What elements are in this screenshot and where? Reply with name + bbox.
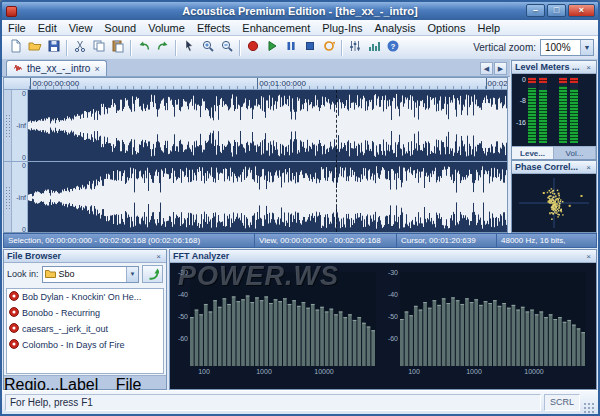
loop-icon: [322, 39, 336, 57]
toolbar-save-button[interactable]: [44, 38, 63, 57]
document-tab-strip: the_xx_-_intro × ◀ ▶: [2, 60, 510, 77]
playback-cursor[interactable]: [336, 90, 337, 232]
folder-icon: [45, 269, 56, 280]
folder-up-button[interactable]: [142, 265, 163, 283]
menu-item-file[interactable]: File: [2, 22, 32, 34]
close-icon[interactable]: ×: [154, 252, 163, 261]
browser-panel-tabs: Regio...Label L...File Br...: [4, 375, 166, 389]
document-tab[interactable]: the_xx_-_intro ×: [6, 60, 107, 76]
menu-item-plug-ins[interactable]: Plug-Ins: [316, 22, 368, 34]
db-ruler: 0 -inf 0: [12, 162, 28, 233]
time-ruler[interactable]: 00:00:00:00000:01:00:00000:02: [4, 78, 507, 90]
toolbar-loop-button[interactable]: [319, 38, 338, 57]
vertical-zoom-combo[interactable]: 100% ▼: [540, 39, 594, 56]
toolbar-separator: [175, 40, 176, 56]
toolbar-cut-button[interactable]: [70, 38, 89, 57]
toolbar-open-folder-button[interactable]: [25, 38, 44, 57]
level-meters-title-bar[interactable]: Level Meters ... ×: [512, 61, 596, 74]
fft-canvas-left: [190, 272, 376, 366]
channel-drag-handle[interactable]: [4, 162, 12, 233]
file-list-item[interactable]: Bonobo - Recurring: [7, 305, 163, 321]
fft-y-tick: -60: [172, 335, 188, 342]
waveform-icon: [13, 63, 23, 75]
toolbar-zoom-out-button[interactable]: [217, 38, 236, 57]
document-tab-label: the_xx_-_intro: [27, 63, 90, 74]
file-browser-title-bar[interactable]: File Browser ×: [4, 250, 166, 263]
maximize-button[interactable]: □: [547, 4, 566, 17]
chevron-down-icon[interactable]: ▼: [580, 40, 593, 55]
fft-x-tick: 10000: [514, 368, 554, 375]
save-icon: [47, 39, 61, 57]
close-icon[interactable]: ×: [584, 163, 593, 172]
menu-item-view[interactable]: View: [63, 22, 99, 34]
toolbar-mixer-button[interactable]: [345, 38, 364, 57]
waveform-canvas-left[interactable]: [28, 90, 508, 161]
fft-display: POWER.WS -30 -40 -50 -60 100 1000 10000 …: [170, 263, 596, 389]
minimize-button[interactable]: –: [526, 4, 545, 17]
toolbar-paste-button[interactable]: [108, 38, 127, 57]
audio-file-icon: [9, 339, 19, 351]
selection-status-strip: Selection, 00:00:00:000 - 00:02:06:168 (…: [3, 233, 597, 248]
waveform-channel-right[interactable]: 0 -inf 0: [4, 162, 507, 233]
file-list-item[interactable]: Colombo - In Days of Fire: [7, 337, 163, 353]
fft-title-bar[interactable]: FFT Analyzer ×: [170, 250, 596, 263]
toolbar-redo-button[interactable]: [153, 38, 172, 57]
tab-scroll-left-button[interactable]: ◀: [480, 62, 493, 75]
channel-drag-handle[interactable]: [4, 90, 12, 161]
menu-item-edit[interactable]: Edit: [32, 22, 63, 34]
scroll-lock-indicator: SCRL: [544, 394, 580, 411]
toolbar-spectrum-button[interactable]: [364, 38, 383, 57]
menu-item-enhancement[interactable]: Enhancement: [236, 22, 316, 34]
fft-y-tick: -40: [382, 291, 398, 298]
menu-item-volume[interactable]: Volume: [142, 22, 191, 34]
chevron-down-icon[interactable]: ▼: [126, 267, 138, 282]
menu-item-analysis[interactable]: Analysis: [369, 22, 422, 34]
level-meters-title: Level Meters ...: [515, 62, 580, 72]
close-icon[interactable]: ×: [584, 252, 593, 261]
phase-title-bar[interactable]: Phase Correl... ×: [512, 161, 596, 174]
menu-item-help[interactable]: Help: [471, 22, 506, 34]
waveform-editor[interactable]: 00:00:00:00000:01:00:00000:02 0 -inf 0 0…: [3, 77, 508, 233]
toolbar-help-button[interactable]: ?: [383, 38, 402, 57]
toolbar-pointer-button[interactable]: [179, 38, 198, 57]
waveform-canvas-right[interactable]: [28, 162, 508, 233]
menu-item-options[interactable]: Options: [422, 22, 472, 34]
file-name: Colombo - In Days of Fire: [22, 340, 125, 350]
level-meter-bar: [559, 77, 567, 143]
phase-correlation-panel: Phase Correl... ×: [511, 160, 597, 233]
db-label: -inf: [16, 194, 26, 201]
fft-x-tick: 10000: [304, 368, 344, 375]
close-icon[interactable]: ×: [584, 63, 593, 72]
look-in-combo[interactable]: Sbo ▼: [42, 266, 139, 283]
menu-item-effects[interactable]: Effects: [191, 22, 236, 34]
file-list-item[interactable]: caesars_-_jerk_it_out: [7, 321, 163, 337]
fft-y-tick: -40: [172, 291, 188, 298]
db-label: 0: [22, 154, 26, 161]
close-button[interactable]: ×: [568, 4, 595, 17]
toolbar-new-file-button[interactable]: [6, 38, 25, 57]
menu-item-sound[interactable]: Sound: [98, 22, 142, 34]
panel-tab-regio[interactable]: Regio...: [4, 376, 59, 389]
toolbar-record-button[interactable]: [243, 38, 262, 57]
waveform-channel-left[interactable]: 0 -inf 0: [4, 90, 507, 161]
resize-grip[interactable]: [583, 402, 595, 414]
toolbar-zoom-in-button[interactable]: [198, 38, 217, 57]
title-bar[interactable]: Acoustica Premium Edition - [the_xx_-_in…: [2, 2, 598, 20]
tab-scroll-right-button[interactable]: ▶: [494, 62, 507, 75]
toolbar-copy-button[interactable]: [89, 38, 108, 57]
meter-tab-vol[interactable]: Vol...: [554, 147, 596, 159]
fft-y-tick: -50: [382, 313, 398, 320]
toolbar-play-button[interactable]: [262, 38, 281, 57]
time-tick-label: 00:01:00:000: [257, 79, 306, 88]
panel-tab-filebr[interactable]: File Br...: [116, 376, 166, 389]
panel-tab-labell[interactable]: Label L...: [59, 376, 116, 389]
toolbar-stop-button[interactable]: [300, 38, 319, 57]
toolbar-undo-button[interactable]: [134, 38, 153, 57]
file-list-item[interactable]: Bob Dylan - Knockin' On He...: [7, 289, 163, 305]
meter-tab-leve[interactable]: Leve...: [512, 147, 554, 159]
toolbar-pause-button[interactable]: [281, 38, 300, 57]
vertical-zoom-label: Vertical zoom:: [473, 42, 536, 53]
level-meter-bar: [570, 77, 578, 143]
file-list[interactable]: Bob Dylan - Knockin' On He...Bonobo - Re…: [6, 288, 164, 374]
tab-close-icon[interactable]: ×: [94, 64, 99, 74]
